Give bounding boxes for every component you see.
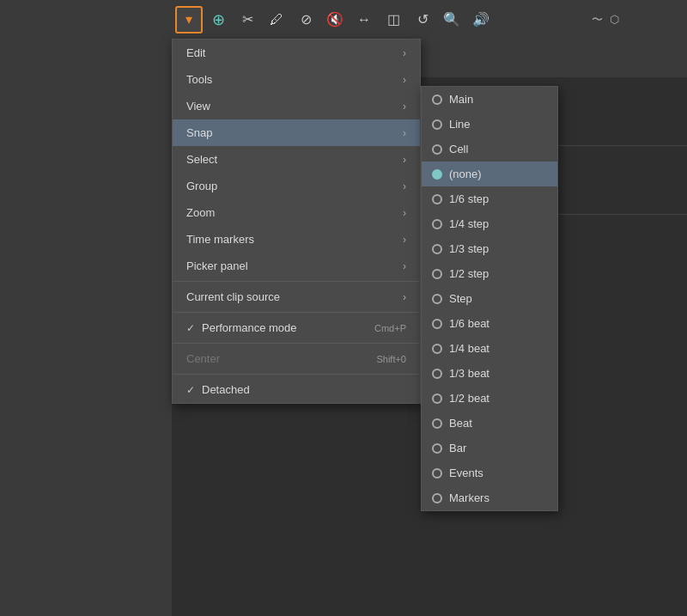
snap-item-1-2-beat-label: 1/2 beat: [449, 392, 489, 405]
snap-item-main[interactable]: Main: [422, 87, 557, 112]
snap-submenu: Main Line Cell (none) 1/6 step 1/4 step …: [421, 86, 558, 511]
arrow-icon: ›: [403, 207, 406, 219]
snap-item-step-label: Step: [449, 292, 472, 305]
node-icon: ⬡: [610, 13, 619, 26]
snap-item-1-6-beat[interactable]: 1/6 beat: [422, 311, 557, 336]
snap-item-1-3-step[interactable]: 1/3 step: [422, 236, 557, 261]
mute-icon[interactable]: 🔇: [321, 6, 349, 34]
menu-item-detached[interactable]: ✓ Detached: [173, 376, 420, 403]
snap-item-cell[interactable]: Cell: [422, 137, 557, 162]
radio-icon: [432, 269, 442, 279]
snap-item-line-label: Line: [449, 118, 471, 131]
arrow-icon: ›: [403, 74, 406, 86]
arrow-icon: ›: [403, 127, 406, 139]
menu-item-tools[interactable]: Tools ›: [173, 66, 420, 93]
radio-icon: [432, 219, 442, 229]
paint-icon[interactable]: 🖊: [263, 6, 290, 34]
main-dropdown-menu: Edit › Tools › View › Snap › Select › Gr…: [172, 39, 421, 404]
snap-item-1-6-step[interactable]: 1/6 step: [422, 186, 557, 211]
radio-icon-filled: [432, 169, 442, 180]
snap-item-1-4-step-label: 1/4 step: [449, 217, 489, 230]
snap-item-1-4-step[interactable]: 1/4 step: [422, 211, 557, 236]
arrow-icon: ›: [403, 180, 406, 192]
dropdown-icon[interactable]: ▾: [175, 6, 203, 34]
scissors-icon[interactable]: ✂: [234, 6, 261, 34]
menu-item-edit[interactable]: Edit ›: [173, 40, 420, 66]
arrow-icon: ›: [403, 101, 406, 113]
arrow-icon: ›: [403, 234, 406, 246]
arrow-icon: ›: [403, 260, 406, 272]
snap-item-1-6-step-label: 1/6 step: [449, 192, 489, 205]
menu-item-tools-label: Tools: [186, 73, 212, 86]
snap-item-1-2-step-label: 1/2 step: [449, 267, 489, 280]
panel-icons: 〜 ⬡: [524, 0, 687, 39]
menu-item-group[interactable]: Group ›: [173, 173, 420, 199]
menu-item-edit-label: Edit: [186, 46, 205, 59]
menu-separator-2: [173, 312, 420, 313]
stretch-icon[interactable]: ↔: [350, 6, 378, 34]
snap-item-1-3-beat-label: 1/3 beat: [449, 367, 489, 380]
snap-item-1-3-beat[interactable]: 1/3 beat: [422, 361, 557, 386]
check-icon: ✓: [186, 384, 195, 396]
snap-item-events-label: Events: [449, 467, 483, 479]
snap-item-line[interactable]: Line: [422, 112, 557, 137]
loop-icon[interactable]: ↺: [409, 6, 436, 34]
snap-item-bar[interactable]: Bar: [422, 436, 557, 460]
menu-item-picker-panel[interactable]: Picker panel ›: [173, 253, 420, 279]
snap-item-events[interactable]: Events: [422, 460, 557, 485]
arrow-icon: ›: [403, 154, 406, 166]
menu-item-picker-panel-label: Picker panel: [186, 259, 248, 272]
radio-icon: [432, 119, 442, 130]
radio-icon: [432, 418, 442, 429]
radio-icon: [432, 369, 442, 379]
menu-separator-3: [173, 343, 420, 344]
snap-item-none-label: (none): [449, 168, 482, 180]
radio-icon: [432, 294, 442, 304]
zoom-icon[interactable]: 🔍: [438, 6, 465, 34]
snap-item-cell-label: Cell: [449, 143, 468, 156]
radio-icon: [432, 244, 442, 254]
wave-icon: 〜: [592, 12, 603, 27]
menu-item-time-markers-label: Time markers: [186, 233, 254, 246]
radio-icon: [432, 194, 442, 204]
radio-icon: [432, 468, 442, 479]
snap-item-1-4-beat[interactable]: 1/4 beat: [422, 336, 557, 361]
snap-item-markers[interactable]: Markers: [422, 485, 557, 510]
menu-item-select-label: Select: [186, 153, 217, 166]
menu-item-center-label: Center: [186, 352, 220, 365]
menu-item-snap[interactable]: Snap ›: [173, 119, 420, 146]
snap-item-beat[interactable]: Beat: [422, 411, 557, 436]
menu-item-current-clip-source[interactable]: Current clip source ›: [173, 284, 420, 310]
radio-icon: [432, 344, 442, 354]
menu-separator-4: [173, 374, 420, 375]
menu-item-zoom[interactable]: Zoom ›: [173, 199, 420, 226]
menu-item-view[interactable]: View ›: [173, 93, 420, 119]
shortcut-label: Cmd+P: [374, 323, 406, 333]
snap-item-beat-label: Beat: [449, 417, 472, 430]
sidebar-left: [0, 0, 172, 616]
menu-item-group-label: Group: [186, 180, 217, 192]
snap-item-markers-label: Markers: [449, 491, 489, 504]
volume-icon[interactable]: 🔊: [467, 6, 495, 34]
radio-icon: [432, 319, 442, 329]
snap-item-1-2-step[interactable]: 1/2 step: [422, 261, 557, 286]
snap-item-step[interactable]: Step: [422, 286, 557, 311]
menu-item-select[interactable]: Select ›: [173, 146, 420, 173]
menu-item-performance-mode[interactable]: ✓ Performance mode Cmd+P: [173, 314, 420, 341]
snap-item-1-2-beat[interactable]: 1/2 beat: [422, 386, 557, 411]
radio-icon: [432, 393, 442, 404]
menu-item-detached-label: ✓ Detached: [186, 383, 250, 396]
snap-magnet-icon[interactable]: ⊕: [204, 6, 232, 34]
erase-icon[interactable]: ⊘: [292, 6, 319, 34]
check-icon: ✓: [186, 322, 195, 334]
menu-separator-1: [173, 281, 420, 282]
select-icon[interactable]: ◫: [380, 6, 407, 34]
radio-icon: [432, 443, 442, 454]
radio-icon: [432, 144, 442, 155]
menu-item-view-label: View: [186, 100, 210, 113]
snap-item-none[interactable]: (none): [422, 162, 557, 186]
arrow-icon: ›: [403, 291, 406, 303]
menu-item-time-markers[interactable]: Time markers ›: [173, 226, 420, 253]
menu-item-zoom-label: Zoom: [186, 206, 215, 219]
menu-item-center: Center Shift+0: [173, 345, 420, 372]
